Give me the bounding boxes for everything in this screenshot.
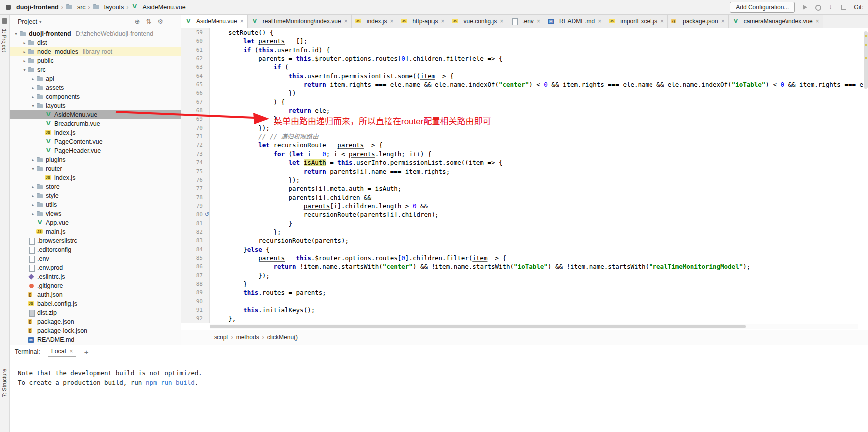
tab-.env[interactable]: .env [507, 15, 544, 28]
locate-icon[interactable] [135, 18, 140, 25]
code-line[interactable]: 70 }); [181, 124, 868, 132]
tab-cameraManage-index.vue[interactable]: cameraManage\index.vue [729, 15, 823, 28]
code-line[interactable]: 84 }else { [181, 245, 868, 254]
chevron-collapsed-icon[interactable] [30, 185, 36, 189]
scrollbar-thumb[interactable] [210, 325, 746, 328]
code-line[interactable]: 82 }; [181, 228, 868, 236]
code-line[interactable]: 74 let isAuth = this.userInfo.permission… [181, 158, 868, 167]
code-line[interactable]: 83 recursionRoute(parents); [181, 236, 868, 245]
chevron-collapsed-icon[interactable] [21, 50, 28, 54]
close-icon[interactable] [441, 18, 444, 25]
tree-item-assets[interactable]: assets [10, 83, 181, 92]
code-line[interactable]: 78 parents[i].children && [181, 193, 868, 202]
close-icon[interactable] [500, 18, 503, 25]
tree-item-index.js[interactable]: index.js [10, 173, 181, 182]
tree-item-plugins[interactable]: plugins [10, 155, 181, 164]
code-line[interactable]: 75 return parents[i].name === item.right… [181, 167, 868, 176]
code-line[interactable]: 63 if ( [181, 63, 868, 71]
git-branch-button[interactable]: Git: [854, 4, 863, 11]
tree-item-api[interactable]: api [10, 74, 181, 83]
code-line[interactable]: 88 } [181, 280, 868, 288]
tab-README.md[interactable]: README.md [544, 15, 605, 28]
line-number-gutter[interactable]: 60 [181, 37, 210, 45]
tree-item-auth.json[interactable]: auth.json [10, 290, 181, 299]
line-number-gutter[interactable]: 83 [181, 236, 210, 245]
tree-item-App.vue[interactable]: App.vue [10, 218, 181, 227]
chevron-collapsed-icon[interactable] [21, 59, 28, 63]
tree-item-.editorconfig[interactable]: .editorconfig [10, 245, 181, 254]
tab-AsideMenu.vue[interactable]: AsideMenu.vue [181, 15, 248, 28]
code-line[interactable]: 59 setRoute() { [181, 28, 868, 37]
code-line[interactable]: 60 let parents = []; [181, 37, 868, 45]
code-line[interactable]: 81 } [181, 219, 868, 228]
line-number-gutter[interactable]: 69 [181, 115, 210, 123]
code-line[interactable]: 61 if (this.userInfo.id) { [181, 46, 868, 54]
tool-window-structure-button[interactable]: 7: Structure [1, 369, 7, 397]
tool-window-project-button[interactable]: 1: Project [1, 29, 7, 52]
line-number-gutter[interactable]: 92 [181, 314, 210, 323]
code-line[interactable]: 73 for (let i = 0; i < parents.length; i… [181, 150, 868, 158]
tree-item-dist[interactable]: dist [10, 38, 181, 47]
line-number-gutter[interactable]: 75 [181, 167, 210, 176]
line-number-gutter[interactable]: 71 [181, 132, 210, 141]
code-line[interactable]: 67 ) { [181, 98, 868, 106]
line-number-gutter[interactable]: 81 [181, 219, 210, 228]
tree-item-public[interactable]: public [10, 56, 181, 65]
close-icon[interactable] [816, 18, 819, 25]
close-icon[interactable] [660, 18, 664, 25]
line-number-gutter[interactable]: 70 [181, 124, 210, 132]
code-line[interactable]: 92 }, [181, 314, 868, 323]
tree-item-.env[interactable]: .env [10, 254, 181, 263]
breadcrumb-item-duoji-frontend[interactable]: duoji-frontend [5, 4, 59, 11]
close-icon[interactable] [721, 18, 725, 25]
line-number-gutter[interactable]: 89 [181, 288, 210, 297]
tree-item-src[interactable]: src [10, 65, 181, 74]
line-number-gutter[interactable]: 77 [181, 184, 210, 193]
code-line[interactable]: 87 }); [181, 271, 868, 280]
line-number-gutter[interactable]: 76 [181, 176, 210, 184]
terminal-tab-local[interactable]: Local [48, 346, 76, 357]
code-line[interactable]: 71 // // 递归权限路由 [181, 132, 868, 141]
chevron-collapsed-icon[interactable] [30, 95, 36, 99]
tree-item-package.json[interactable]: package.json [10, 317, 181, 326]
line-number-gutter[interactable]: 74 [181, 158, 210, 167]
code-line[interactable]: 77 parents[i].meta.auth = isAuth; [181, 184, 868, 193]
chevron-collapsed-icon[interactable] [30, 158, 36, 162]
line-number-gutter[interactable]: 78 [181, 193, 210, 202]
vertical-scrollbar[interactable] [864, 29, 868, 322]
code-line[interactable]: 66 }) [181, 89, 868, 97]
close-icon[interactable] [598, 18, 601, 25]
close-icon[interactable] [70, 348, 73, 355]
tree-item-.browserslistrc[interactable]: .browserslistrc [10, 236, 181, 245]
editor-breadcrumb-item-clickMenu-[interactable]: clickMenu() [267, 334, 298, 341]
line-number-gutter[interactable]: 59 [181, 28, 210, 37]
line-number-gutter[interactable]: 68 [181, 106, 210, 115]
code-line[interactable]: 79 parents[i].children.length > 0 && [181, 202, 868, 210]
code-line[interactable]: 90 [181, 297, 868, 306]
breadcrumb-item-layouts[interactable]: layouts [93, 4, 124, 11]
tab-realTimeMonitoring-index.vue[interactable]: realTimeMonitoring\index.vue [248, 15, 352, 28]
line-number-gutter[interactable]: 87 [181, 271, 210, 280]
line-number-gutter[interactable]: 88 [181, 280, 210, 288]
tree-item-layouts[interactable]: layouts [10, 101, 181, 110]
code-line[interactable]: 69 } [181, 115, 868, 123]
code-line[interactable]: 76 }); [181, 176, 868, 184]
tree-item-views[interactable]: views [10, 209, 181, 218]
chevron-down-icon[interactable] [39, 19, 42, 24]
line-number-gutter[interactable]: 63 [181, 63, 210, 71]
line-number-gutter[interactable]: 84 [181, 245, 210, 254]
run-icon[interactable] [801, 3, 809, 11]
tab-importExcel.js[interactable]: importExcel.js [605, 15, 668, 28]
tree-item-AsideMenu.vue[interactable]: AsideMenu.vue [10, 110, 181, 119]
line-number-gutter[interactable]: 90 [181, 297, 210, 306]
editor-breadcrumb-item-script[interactable]: script [214, 334, 228, 341]
chevron-collapsed-icon[interactable] [21, 41, 28, 45]
scrollbar-thumb[interactable] [864, 31, 868, 89]
breadcrumb-item-src[interactable]: src [66, 4, 86, 11]
code-area[interactable]: 59 setRoute() {60 let parents = [];61 if… [181, 28, 868, 323]
tab-vue.config.js[interactable]: vue.config.js [448, 15, 507, 28]
chevron-collapsed-icon[interactable] [30, 194, 36, 198]
grid-icon[interactable] [840, 3, 848, 11]
tree-item-store[interactable]: store [10, 182, 181, 191]
add-configuration-button[interactable]: Add Configuration... [730, 2, 795, 13]
